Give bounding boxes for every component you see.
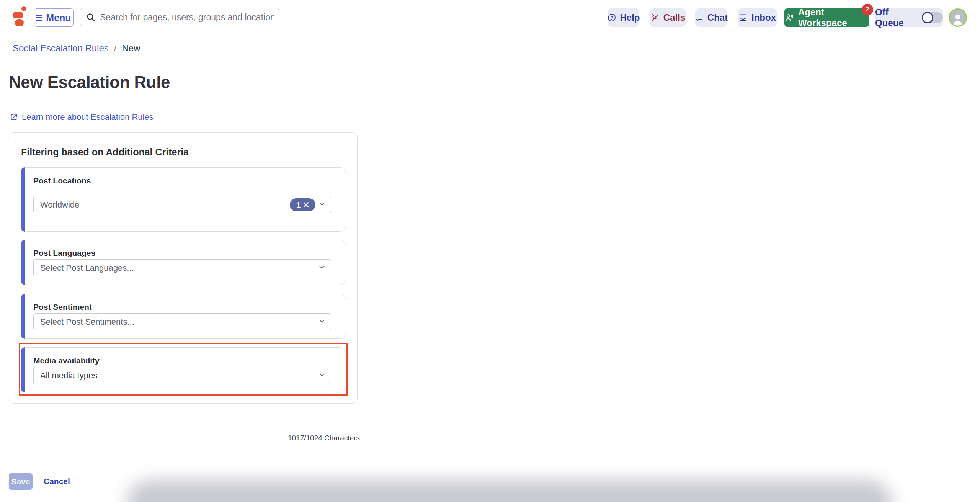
menu-button[interactable]: Menu	[34, 8, 74, 27]
media-availability-select[interactable]: All media types	[33, 367, 331, 384]
calls-button[interactable]: Calls	[650, 8, 686, 27]
media-availability-label: Media availability	[33, 356, 100, 365]
user-avatar[interactable]	[949, 8, 967, 27]
breadcrumb-separator: /	[114, 43, 117, 54]
chevron-down-icon	[318, 263, 326, 273]
post-locations-label: Post Locations	[33, 176, 91, 185]
breadcrumb-current: New	[122, 43, 140, 54]
search-icon	[86, 12, 96, 22]
chat-button[interactable]: Chat	[695, 8, 727, 27]
chevron-down-icon	[318, 200, 326, 210]
post-sentiment-label: Post Sentiment	[33, 303, 92, 312]
chat-label: Chat	[707, 12, 728, 23]
post-languages-select[interactable]: Select Post Languages...	[33, 259, 331, 276]
post-locations-select[interactable]: Worldwide 1	[33, 196, 331, 213]
chevron-down-icon	[318, 317, 326, 327]
person-icon	[951, 13, 965, 26]
post-languages-placeholder: Select Post Languages...	[40, 263, 134, 273]
field-accent-bar	[21, 294, 25, 339]
inbox-tray-icon	[738, 13, 748, 22]
field-accent-bar	[21, 347, 25, 392]
page-title: New Escalation Rule	[9, 73, 170, 92]
agent-workspace-button[interactable]: Agent Workspace 2	[784, 8, 869, 27]
menu-button-label: Menu	[46, 12, 71, 23]
search-input[interactable]	[100, 12, 274, 23]
character-counter: 1017/1024 Characters	[228, 434, 420, 442]
logo-dot	[21, 6, 26, 11]
help-button[interactable]: ? Help	[608, 8, 639, 27]
criteria-card: Filtering based on Additional Criteria P…	[9, 132, 358, 404]
app-root: Menu ? Help	[0, 0, 980, 502]
bottom-shadow	[126, 480, 892, 502]
agent-headset-icon	[784, 13, 794, 23]
clear-selection-icon[interactable]	[303, 202, 309, 208]
cancel-button[interactable]: Cancel	[44, 477, 70, 486]
breadcrumb: Social Escalation Rules / New	[0, 36, 980, 61]
genesys-logo-icon	[13, 5, 26, 27]
inbox-label: Inbox	[751, 12, 776, 23]
field-group-post-sentiment: Post Sentiment Select Post Sentiments...	[21, 294, 346, 339]
field-group-post-languages: Post Languages Select Post Languages...	[21, 240, 346, 285]
field-accent-bar	[21, 240, 25, 285]
agent-workspace-label: Agent Workspace	[798, 7, 869, 28]
off-queue-control: Off Queue	[875, 8, 943, 27]
global-search	[80, 8, 279, 26]
field-group-post-locations: Post Locations Worldwide 1	[21, 167, 346, 232]
logo-blob	[15, 19, 24, 26]
external-link-icon	[10, 113, 18, 121]
field-accent-bar	[21, 167, 25, 232]
post-sentiment-select[interactable]: Select Post Sentiments...	[33, 313, 331, 330]
save-button[interactable]: Save	[9, 473, 33, 490]
inbox-button[interactable]: Inbox	[738, 8, 777, 27]
selection-count: 1	[296, 200, 301, 209]
off-queue-label: Off Queue	[875, 7, 918, 28]
svg-text:?: ?	[610, 15, 613, 21]
selection-count-pill[interactable]: 1	[290, 198, 315, 211]
learn-more-link[interactable]: Learn more about Escalation Rules	[10, 112, 154, 122]
help-icon: ?	[607, 13, 616, 22]
notification-badge: 2	[862, 4, 873, 15]
help-label: Help	[620, 12, 640, 23]
off-queue-toggle[interactable]	[922, 12, 943, 23]
post-locations-value: Worldwide	[40, 200, 79, 210]
logo-pill	[13, 12, 23, 18]
chat-bubble-icon	[694, 13, 704, 22]
phone-disabled-icon	[650, 13, 660, 22]
toggle-knob	[922, 12, 933, 23]
media-availability-value: All media types	[40, 371, 97, 381]
learn-more-label: Learn more about Escalation Rules	[22, 112, 154, 122]
field-group-media-availability: Media availability All media types	[21, 347, 346, 392]
card-heading: Filtering based on Additional Criteria	[21, 147, 189, 158]
chevron-down-icon	[318, 371, 326, 381]
breadcrumb-link-social-escalation-rules[interactable]: Social Escalation Rules	[13, 43, 109, 54]
post-languages-label: Post Languages	[33, 249, 95, 258]
top-header: Menu ? Help	[0, 0, 980, 35]
post-sentiment-placeholder: Select Post Sentiments...	[40, 317, 134, 327]
calls-label: Calls	[663, 12, 685, 23]
hamburger-icon	[36, 15, 42, 21]
